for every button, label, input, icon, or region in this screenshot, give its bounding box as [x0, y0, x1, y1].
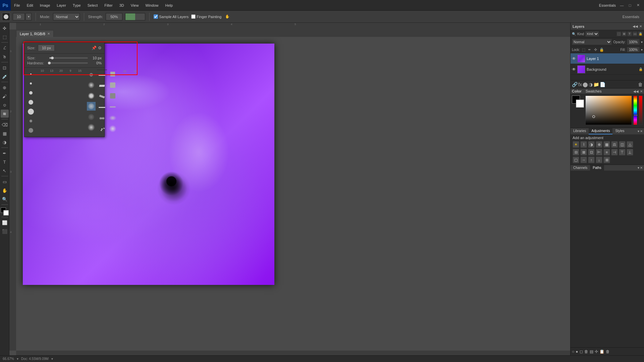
eraser-tool[interactable]: ⌫ — [1, 121, 9, 129]
brush-tool-icon[interactable] — [2, 13, 10, 21]
add-mask-btn[interactable]: ⬤ — [583, 82, 588, 87]
strength-slider[interactable] — [125, 13, 145, 20]
adj-curves-btn[interactable]: ⌇ — [580, 141, 587, 148]
sample-all-checkbox[interactable] — [154, 14, 158, 19]
new-layer-btn[interactable]: 📄 — [600, 82, 605, 87]
brush-sq-3[interactable] — [108, 92, 117, 100]
filter-type-btn[interactable]: T — [627, 32, 632, 36]
document-tab[interactable]: Layer 1, RGB/8 ✕ — [16, 30, 54, 37]
clone-tool[interactable]: ⎊ — [1, 101, 9, 109]
zoom-arrow[interactable]: ▾ — [17, 357, 18, 361]
new-path-btn[interactable]: 📋 — [599, 349, 604, 354]
brush-special-1[interactable] — [98, 71, 106, 79]
lasso-tool[interactable]: 𝓛 — [1, 44, 9, 52]
mask-btn[interactable]: ▤ — [590, 349, 593, 354]
brush-popup-pin[interactable]: 📌 — [92, 46, 97, 50]
fg-bg-selector[interactable] — [572, 96, 584, 126]
layer-row-1[interactable]: 👁 Background 🔒 — [571, 64, 644, 75]
new-channel-btn[interactable]: ◻ — [580, 349, 583, 354]
opacity-arrow[interactable]: ▾ — [641, 40, 643, 44]
screen-mode-tool[interactable]: ⬛ — [1, 227, 9, 235]
menu-edit[interactable]: Edit — [23, 0, 37, 11]
brush-popup-settings[interactable]: ⚙ — [98, 46, 102, 50]
status-info-arrow[interactable]: ▾ — [51, 357, 53, 361]
shape-tool[interactable]: ▭ — [1, 178, 9, 186]
load-selection-btn[interactable]: ○ — [572, 349, 574, 354]
marquee-tool[interactable]: ⬚ — [1, 33, 9, 41]
brush-hardness-slider-thumb[interactable] — [48, 62, 51, 64]
strength-input[interactable] — [106, 13, 122, 20]
pen-tool[interactable]: ✒ — [1, 149, 9, 157]
type-tool[interactable]: T — [1, 158, 9, 166]
quick-select-tool[interactable]: 🖱 — [1, 53, 9, 61]
brush-size-popup-input[interactable] — [38, 45, 55, 51]
smudge-icon[interactable]: ✋ — [224, 13, 231, 20]
brush-preset-1[interactable] — [26, 70, 35, 78]
adj-frame-btn[interactable]: ▢ — [573, 157, 579, 163]
tab-close-button[interactable]: ✕ — [47, 32, 50, 36]
menu-layer[interactable]: Layer — [53, 0, 69, 11]
lock-paint-btn[interactable]: ✒ — [587, 47, 592, 52]
adj-pattern-btn[interactable]: ⊥ — [627, 149, 633, 156]
adj-up-btn[interactable]: ↑ — [588, 157, 595, 163]
brush-preset-7[interactable] — [26, 126, 35, 135]
brush-soft-2[interactable] — [108, 114, 117, 122]
filter-pixel-btn[interactable]: ⬚ — [616, 32, 621, 36]
link-layers-btn[interactable]: 🔗 — [572, 82, 578, 87]
brush-tool[interactable]: 🖌 — [1, 92, 9, 100]
sample-all-label[interactable]: Sample All Layers — [154, 14, 189, 19]
filter-lock-btn[interactable]: 🔒 — [638, 32, 643, 36]
channels-tab[interactable]: Channels — [571, 165, 590, 171]
adj-arrow-btn[interactable]: → — [580, 157, 587, 163]
spot-heal-tool[interactable]: ⊕ — [1, 83, 9, 92]
styles-tab[interactable]: Styles — [612, 128, 627, 134]
adj-exposure-btn[interactable]: ◑ — [588, 141, 595, 148]
brush-preset-5[interactable] — [26, 107, 35, 116]
brush-soft-1[interactable] — [108, 103, 117, 111]
path-btn[interactable]: ✢ — [595, 349, 598, 354]
crop-tool[interactable]: ⊡ — [1, 64, 9, 72]
eyedropper-tool[interactable]: 💉 — [1, 72, 9, 80]
mode-select[interactable]: Normal — [53, 13, 80, 20]
quick-mask-tool[interactable]: ⬜ — [1, 219, 9, 227]
brush-hardness-slider[interactable] — [49, 62, 88, 64]
brush-preset-large-4[interactable] — [87, 102, 96, 111]
layers-collapse-btn[interactable]: ◀◀ — [633, 24, 638, 28]
menu-view[interactable]: View — [127, 0, 142, 11]
adj-grmap-btn[interactable]: ≡ — [603, 149, 610, 156]
adj-threshold-btn[interactable]: ⊢ — [596, 149, 602, 156]
adj-grid-btn[interactable]: ⊞ — [603, 157, 610, 163]
save-selection-btn[interactable]: ● — [576, 349, 578, 354]
brush-preset-2[interactable] — [26, 79, 35, 88]
menu-3d[interactable]: 3D — [116, 0, 127, 11]
brush-special-4[interactable] — [98, 103, 106, 112]
filter-shape-btn[interactable]: ▭ — [633, 32, 637, 36]
brush-preset-large-5[interactable] — [87, 113, 96, 121]
adj-solid-btn[interactable]: ⊤ — [619, 149, 626, 156]
brush-special-2[interactable] — [98, 81, 106, 90]
menu-help[interactable]: Help — [162, 0, 176, 11]
lock-pixels-btn[interactable]: ⬚ — [581, 47, 586, 52]
adj-brightness-btn[interactable]: ☀ — [573, 141, 579, 148]
brush-sq-1[interactable] — [108, 70, 117, 78]
brush-size-slider-thumb[interactable] — [51, 57, 54, 59]
color-swatches[interactable] — [1, 207, 9, 216]
move-tool[interactable]: ✜ — [1, 24, 9, 32]
finger-painting-label[interactable]: Finger Painting — [191, 14, 221, 19]
ch-close-btn[interactable]: ✕ — [640, 166, 643, 170]
minimize-button[interactable]: — — [619, 2, 625, 9]
layer-1-visibility[interactable]: 👁 — [572, 67, 576, 72]
maximize-button[interactable]: □ — [627, 2, 633, 9]
adj-hsl-btn[interactable]: ▦ — [603, 141, 610, 148]
fill-arrow[interactable]: ▾ — [641, 48, 643, 52]
layers-close-btn[interactable]: ✕ — [639, 24, 642, 28]
brush-preset-large-3[interactable] — [87, 92, 96, 100]
gradient-tool[interactable]: ▦ — [1, 129, 9, 137]
libraries-tab[interactable]: Libraries — [571, 128, 589, 134]
delete-path-btn[interactable]: 🗑 — [606, 349, 610, 354]
adj-vibrance-btn[interactable]: ⊕ — [596, 141, 602, 148]
bg-color-box[interactable] — [576, 100, 584, 108]
swatches-tab[interactable]: Swatches — [586, 89, 602, 93]
menu-select[interactable]: Select — [84, 0, 101, 11]
adj-panel-close[interactable]: ✕ — [640, 129, 643, 133]
